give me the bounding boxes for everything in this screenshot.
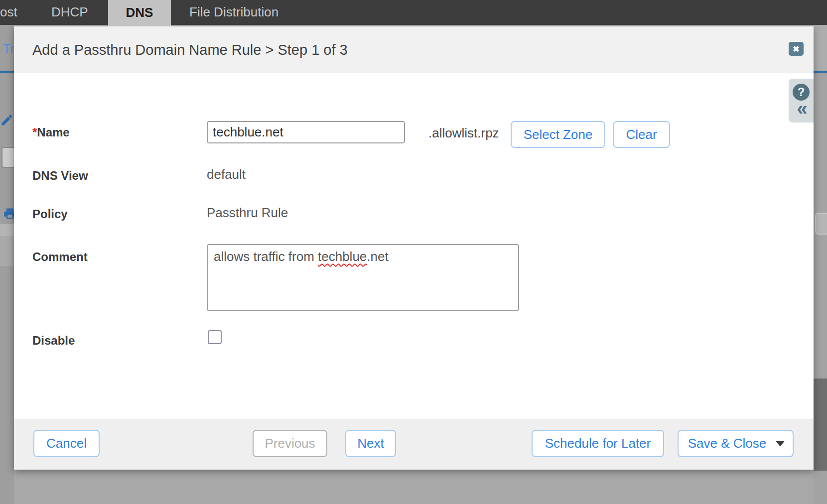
top-tab-bar: ost DHCP DNS File Distribution: [0, 0, 827, 25]
save-and-close-label: Save & Close: [688, 436, 767, 451]
disable-label: Disable: [32, 334, 75, 348]
comment-misspelled-word: techblue: [318, 249, 367, 264]
dialog-footer: Cancel Previous Next Schedule for Later …: [14, 419, 814, 470]
dns-view-value: default: [207, 167, 246, 182]
tab-dns-label: DNS: [108, 0, 171, 25]
policy-value: Passthru Rule: [207, 205, 288, 221]
printer-icon: [3, 206, 14, 221]
background-dark-panel: [814, 378, 827, 471]
tab-dns[interactable]: DNS: [108, 0, 171, 26]
name-input[interactable]: [207, 121, 405, 143]
required-asterisk: *: [32, 126, 37, 139]
dialog-header: Add a Passthru Domain Name Rule > Step 1…: [14, 26, 814, 73]
next-button[interactable]: Next: [345, 430, 396, 457]
background-active-tab-underline: [0, 71, 14, 73]
background-page-left-strip: Tr: [0, 25, 14, 504]
cancel-button[interactable]: Cancel: [33, 430, 100, 457]
name-label: *Name: [32, 126, 70, 139]
pencil-icon: [0, 113, 14, 127]
zone-suffix-text: .allowlist.rpz: [428, 126, 499, 141]
background-page-right-strip: [814, 25, 827, 504]
comment-textarea[interactable]: allows traffic from techblue.net: [207, 244, 519, 311]
caret-down-icon[interactable]: [776, 441, 785, 446]
tab-dhcp[interactable]: DHCP: [51, 0, 88, 25]
policy-label: Policy: [32, 207, 68, 221]
comment-text: allows traffic from: [214, 249, 318, 264]
schedule-for-later-button[interactable]: Schedule for Later: [532, 430, 664, 457]
comment-text: .net: [367, 249, 388, 264]
background-input-box: [1, 147, 14, 168]
background-row-band: [0, 236, 14, 266]
add-passthru-rule-dialog: Add a Passthru Domain Name Rule > Step 1…: [14, 26, 814, 470]
tab-file-distribution[interactable]: File Distribution: [189, 0, 278, 25]
comment-label: Comment: [32, 250, 88, 264]
save-and-close-button[interactable]: Save & Close: [678, 430, 794, 457]
dialog-title: Add a Passthru Domain Name Rule > Step 1…: [32, 26, 348, 73]
background-button-box: [815, 213, 827, 235]
background-row-band: [0, 224, 14, 236]
collapse-panel-icon[interactable]: «: [794, 98, 811, 120]
screen: ost DHCP DNS File Distribution Tr Add a …: [0, 0, 827, 504]
tab-host[interactable]: ost: [0, 0, 17, 25]
background-band: [814, 25, 827, 71]
background-active-tab-underline: [814, 71, 827, 73]
clear-button[interactable]: Clear: [613, 121, 670, 148]
dns-view-label: DNS View: [32, 169, 88, 183]
help-panel: ? «: [789, 79, 814, 123]
disable-checkbox[interactable]: [208, 330, 222, 344]
background-subtab: Tr: [3, 42, 14, 56]
close-icon[interactable]: ✖: [789, 42, 804, 56]
previous-button[interactable]: Previous: [253, 430, 327, 457]
select-zone-button[interactable]: Select Zone: [511, 121, 605, 148]
